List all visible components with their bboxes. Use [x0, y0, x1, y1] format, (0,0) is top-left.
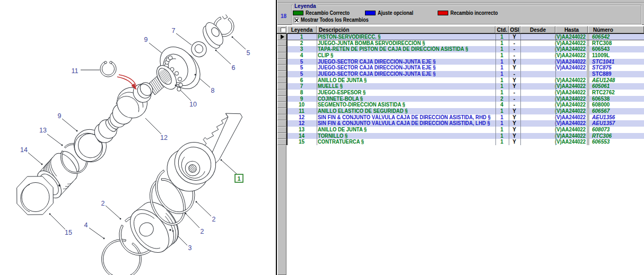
svg-text:2: 2 [212, 216, 216, 223]
svg-text:13: 13 [39, 127, 47, 134]
svg-text:8: 8 [211, 87, 215, 94]
svg-text:3: 3 [188, 244, 192, 252]
svg-text:15: 15 [65, 229, 72, 236]
svg-text:9: 9 [58, 112, 62, 120]
svg-text:6: 6 [232, 64, 236, 72]
svg-text:2: 2 [201, 228, 204, 235]
svg-text:7: 7 [172, 27, 176, 34]
svg-text:1: 1 [237, 175, 240, 182]
svg-text:14: 14 [20, 146, 28, 154]
svg-text:2: 2 [101, 200, 105, 207]
svg-text:9: 9 [144, 36, 148, 43]
svg-text:10: 10 [189, 101, 197, 108]
svg-text:5: 5 [247, 49, 250, 57]
svg-text:11: 11 [72, 67, 79, 75]
svg-text:4: 4 [84, 221, 88, 229]
svg-text:12: 12 [160, 134, 168, 141]
